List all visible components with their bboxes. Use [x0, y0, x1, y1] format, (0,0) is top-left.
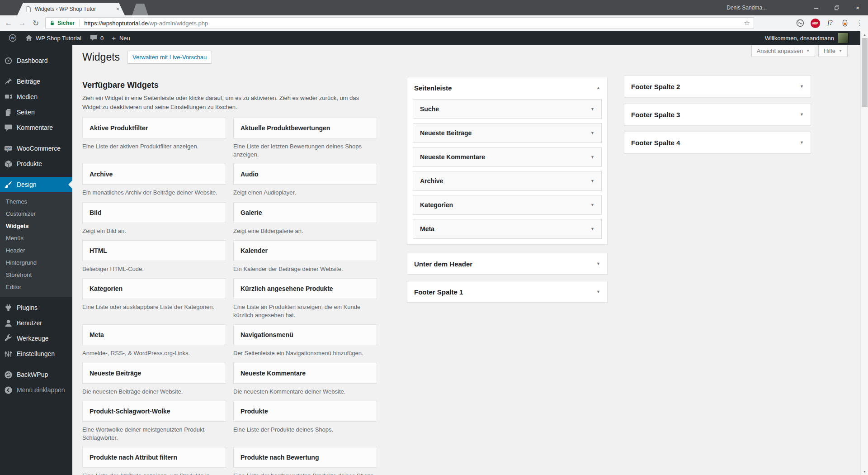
browser-profile-name[interactable]: Denis Sandma...	[726, 0, 767, 15]
back-button[interactable]: ←	[2, 15, 15, 31]
font-extension-icon[interactable]: f?	[825, 18, 835, 28]
widget-card-meta[interactable]: Meta	[82, 324, 226, 345]
widget-card-aktuelle-produktbewertungen[interactable]: Aktuelle Produktbewertungen	[233, 118, 377, 138]
panel-header[interactable]: Seitenleiste ▲	[407, 77, 607, 98]
new-content-button[interactable]: + Neu	[108, 31, 134, 45]
scroll-up-icon[interactable]: ▲	[861, 31, 868, 38]
widget-card-galerie[interactable]: Galerie	[233, 202, 377, 223]
chevron-down-icon[interactable]: ▼	[800, 140, 804, 145]
widget-card-kuerzlich-angesehene-produkte[interactable]: Kürzlich angesehene Produkte	[233, 278, 377, 299]
widget-card-kalender[interactable]: Kalender	[233, 240, 377, 261]
submenu-item-menus[interactable]: Menüs	[0, 232, 72, 244]
chevron-down-icon[interactable]: ▼	[596, 261, 600, 266]
media-icon	[4, 93, 13, 101]
widget-card-produkte-nach-bewertung[interactable]: Produkte nach Bewertung	[233, 447, 377, 468]
minimize-button[interactable]: ─	[806, 0, 826, 15]
sidebar-item-woocommerce[interactable]: WOO WooCommerce	[0, 141, 72, 156]
browser-titlebar: Widgets ‹ WP Shop Tutor × Denis Sandma..…	[0, 0, 868, 15]
widget-card-bild[interactable]: Bild	[82, 202, 226, 223]
chevron-down-icon[interactable]: ▼	[590, 179, 594, 183]
avatar[interactable]	[838, 33, 849, 43]
tab-close-icon[interactable]: ×	[116, 6, 119, 12]
sidebar-widget-neueste-kommentare[interactable]: Neueste Kommentare▼	[413, 147, 602, 167]
widget-card-kategorien[interactable]: Kategorien	[82, 278, 226, 299]
chevron-down-icon[interactable]: ▼	[590, 155, 594, 159]
ghostery-extension-icon[interactable]	[795, 18, 806, 28]
widget-description: Die neuesten Beiträge deiner Website.	[82, 388, 226, 396]
sidebar-item-dashboard[interactable]: Dashboard	[0, 53, 72, 68]
forward-button[interactable]: →	[15, 15, 29, 31]
sidebar-item-products[interactable]: Produkte	[0, 156, 72, 171]
adblock-plus-extension-icon[interactable]: ABP	[810, 18, 821, 28]
page-scrollbar[interactable]: ▲ ▼	[860, 31, 868, 475]
sidebar-item-tools[interactable]: Werkzeuge	[0, 331, 72, 346]
sidebar-item-design[interactable]: Design	[0, 177, 72, 192]
panel-header[interactable]: Footer Spalte 4 ▼	[624, 132, 811, 153]
widget-card-html[interactable]: HTML	[82, 240, 226, 261]
chevron-down-icon[interactable]: ▼	[590, 107, 594, 111]
submenu-item-header[interactable]: Header	[0, 244, 72, 256]
chevron-up-icon[interactable]: ▲	[596, 86, 600, 90]
user-icon	[4, 319, 13, 328]
sidebar-item-plugins[interactable]: Plugins	[0, 300, 72, 315]
sidebar-widget-neueste-beitraege[interactable]: Neueste Beiträge▼	[413, 123, 602, 143]
address-bar[interactable]: Sicher https://wpshoptutorial.de/wp-admi…	[45, 17, 754, 29]
sidebar-widget-archive[interactable]: Archive▼	[413, 171, 602, 191]
sidebar-item-settings[interactable]: Einstellungen	[0, 346, 72, 361]
chevron-down-icon[interactable]: ▼	[590, 227, 594, 231]
chevron-down-icon[interactable]: ▼	[590, 203, 594, 207]
sidebar-widget-meta[interactable]: Meta▼	[413, 219, 602, 239]
wordpress-logo-icon[interactable]: W	[5, 31, 21, 45]
widget-card-produkte-nach-attribut[interactable]: Produkte nach Attribut filtern	[82, 447, 226, 468]
widget-card-produkt-schlagwort-wolke[interactable]: Produkt-Schlagwort-Wolke	[82, 401, 226, 422]
sidebar-item-media[interactable]: Medien	[0, 89, 72, 104]
chevron-down-icon[interactable]: ▼	[800, 84, 804, 89]
widget-card-navigationsmenue[interactable]: Navigationsmenü	[233, 324, 377, 345]
manage-live-preview-button[interactable]: Verwalten mit Live-Vorschau	[127, 51, 212, 64]
widget-description: Eine Liste an Produkten anzeigen, die ei…	[233, 303, 377, 319]
chevron-down-icon[interactable]: ▼	[800, 112, 804, 117]
panel-header[interactable]: Footer Spalte 1 ▼	[407, 281, 607, 302]
sidebar-widget-kategorien[interactable]: Kategorien▼	[413, 195, 602, 215]
dashboard-icon	[4, 57, 13, 65]
help-button[interactable]: Hilfe ▼	[818, 45, 848, 57]
new-tab-button[interactable]	[132, 4, 148, 15]
widget-card-archive[interactable]: Archive	[82, 164, 226, 185]
submenu-item-widgets[interactable]: Widgets	[0, 220, 72, 232]
sidebar-item-posts[interactable]: Beiträge	[0, 74, 72, 89]
sidebar-item-users[interactable]: Benutzer	[0, 315, 72, 331]
widget-card-aktive-produktfilter[interactable]: Aktive Produktfilter	[82, 118, 226, 138]
welcome-account-link[interactable]: Willkommen, dnsandmann	[765, 35, 834, 42]
site-home-link[interactable]: WP Shop Tutorial	[21, 31, 85, 45]
sidebar-item-comments[interactable]: Kommentare	[0, 120, 72, 135]
sidebar-widget-suche[interactable]: Suche▼	[413, 99, 602, 119]
scroll-down-icon[interactable]: ▼	[861, 468, 868, 475]
bookmark-star-icon[interactable]: ☆	[744, 19, 750, 27]
screen-options-button[interactable]: Ansicht anpassen ▼	[751, 45, 816, 57]
submenu-item-storefront[interactable]: Storefront	[0, 269, 72, 281]
widget-card-neueste-kommentare[interactable]: Neueste Kommentare	[233, 363, 377, 384]
submenu-item-themes[interactable]: Themes	[0, 195, 72, 208]
chevron-down-icon[interactable]: ▼	[596, 290, 600, 294]
sidebar-item-backwpup[interactable]: BackWPup	[0, 367, 72, 382]
submenu-item-background[interactable]: Hintergrund	[0, 256, 72, 269]
browser-menu-icon[interactable]: ⋮	[854, 18, 865, 28]
collapse-menu-button[interactable]: Menü einklappen	[0, 382, 72, 398]
sidebar-item-pages[interactable]: Seiten	[0, 104, 72, 120]
widget-card-audio[interactable]: Audio	[233, 164, 377, 185]
panel-header[interactable]: Footer Spalte 2 ▼	[624, 76, 811, 97]
submenu-item-customizer[interactable]: Customizer	[0, 208, 72, 220]
scrollbar-thumb[interactable]	[862, 38, 868, 107]
close-button[interactable]: ×	[847, 0, 868, 15]
submenu-item-editor[interactable]: Editor	[0, 281, 72, 293]
widget-card-neueste-beitraege[interactable]: Neueste Beiträge	[82, 363, 226, 384]
browser-tab[interactable]: Widgets ‹ WP Shop Tutor ×	[17, 3, 125, 15]
panel-header[interactable]: Unter dem Header ▼	[407, 253, 607, 274]
session-extension-icon[interactable]	[840, 18, 850, 28]
widget-card-produkte[interactable]: Produkte	[233, 401, 377, 422]
reload-button[interactable]: ↻	[29, 15, 42, 31]
restore-button[interactable]	[826, 0, 847, 15]
comments-indicator[interactable]: 0	[85, 31, 108, 45]
chevron-down-icon[interactable]: ▼	[590, 131, 594, 135]
panel-header[interactable]: Footer Spalte 3 ▼	[624, 104, 811, 125]
